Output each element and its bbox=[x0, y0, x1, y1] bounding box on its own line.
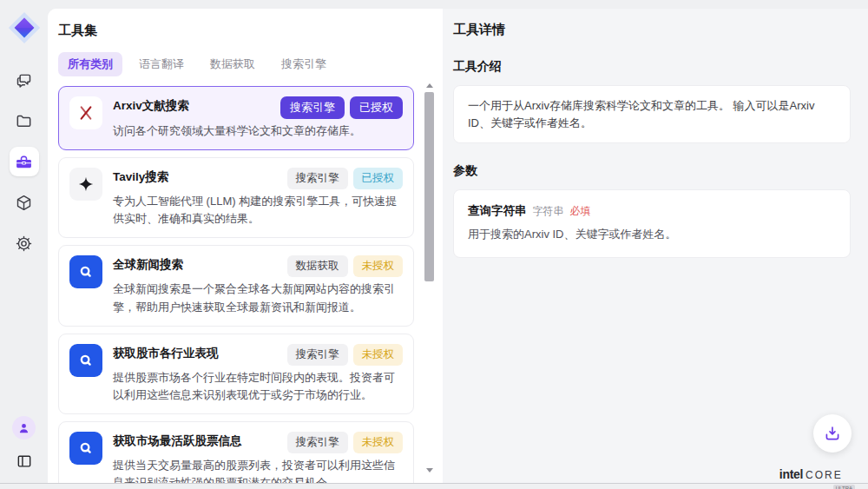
tool-badges: 数据获取 未授权 bbox=[287, 255, 404, 277]
details-title: 工具详情 bbox=[453, 22, 851, 38]
tool-description: 提供股票市场各个行业在特定时间段内的表现。投资者可以利用这些信息来识别表现优于或… bbox=[113, 369, 403, 404]
auth-status-badge: 未授权 bbox=[353, 432, 404, 453]
chat-icon[interactable] bbox=[10, 65, 39, 95]
sparkle-icon bbox=[69, 168, 102, 201]
scroll-down-arrow-icon[interactable] bbox=[426, 468, 433, 472]
tool-badges: 搜索引擎 已授权 bbox=[280, 96, 403, 119]
tool-card[interactable]: 全球新闻搜索 数据获取 未授权 全球新闻搜索是一个聚合全球各大新闻网站内容的搜索… bbox=[58, 245, 414, 326]
panel-toggle-icon[interactable] bbox=[13, 450, 36, 472]
scroll-up-arrow-icon[interactable] bbox=[426, 83, 433, 88]
tool-badges: 搜索引擎 未授权 bbox=[287, 344, 404, 366]
sidebar bbox=[0, 0, 48, 483]
tab-language-translation[interactable]: 语言翻译 bbox=[129, 52, 194, 76]
tool-list: Arxiv文献搜索 搜索引擎 已授权 访问各个研究领域大量科学论文和文章的存储库… bbox=[58, 86, 443, 483]
category-tabs: 所有类别 语言翻译 数据获取 搜索引擎 bbox=[58, 52, 443, 76]
toolbox-icon[interactable] bbox=[10, 147, 39, 176]
tool-description: 访问各个研究领域大量科学论文和文章的存储库。 bbox=[113, 122, 403, 140]
tool-body: 获取股市各行业表现 搜索引擎 未授权 提供股票市场各个行业在特定时间段内的表现。… bbox=[113, 344, 403, 404]
intel-wordmark: intel bbox=[779, 467, 803, 481]
download-button[interactable] bbox=[813, 414, 852, 453]
toolset-panel: 工具集 所有类别 语言翻译 数据获取 搜索引擎 Arxiv文献搜索 搜索引擎 已… bbox=[48, 9, 443, 483]
param-description: 用于搜索的Arxiv ID、关键字或作者姓名。 bbox=[468, 227, 836, 242]
search-icon bbox=[69, 432, 102, 465]
app-window: 工具集 所有类别 语言翻译 数据获取 搜索引擎 Arxiv文献搜索 搜索引擎 已… bbox=[0, 0, 868, 484]
tool-name: Arxiv文献搜索 bbox=[113, 96, 189, 114]
category-badge: 数据获取 bbox=[287, 255, 348, 277]
sidebar-nav bbox=[10, 65, 39, 258]
download-icon bbox=[823, 424, 842, 443]
tool-badges: 搜索引擎 未授权 bbox=[287, 432, 404, 453]
intro-card: 一个用于从Arxiv存储库搜索科学论文和文章的工具。 输入可以是Arxiv ID… bbox=[453, 85, 851, 143]
auth-status-badge: 未授权 bbox=[353, 344, 404, 366]
tool-name: Tavily搜索 bbox=[113, 168, 168, 185]
category-badge: 搜索引擎 bbox=[287, 344, 348, 366]
tool-name: 获取股市各行业表现 bbox=[113, 344, 219, 361]
param-name: 查询字符串 bbox=[468, 203, 527, 219]
list-scrollbar bbox=[424, 83, 435, 472]
sidebar-bottom bbox=[12, 416, 36, 472]
params-heading: 参数 bbox=[453, 163, 851, 179]
gear-icon[interactable] bbox=[10, 228, 39, 258]
tool-badges: 搜索引擎 已授权 bbox=[287, 168, 404, 189]
core-wordmark: core bbox=[806, 469, 843, 481]
tool-description: 提供当天交易量最高的股票列表，投资者可以利用这些信息来识别流动性强的股票和潜在的… bbox=[113, 457, 403, 483]
tool-description: 全球新闻搜索是一个聚合全球各大新闻网站内容的搜索引擎，帮助用户快速获取全球最新资… bbox=[113, 281, 403, 315]
tool-body: 全球新闻搜索 数据获取 未授权 全球新闻搜索是一个聚合全球各大新闻网站内容的搜索… bbox=[113, 255, 403, 315]
scrollbar-thumb[interactable] bbox=[424, 92, 434, 281]
tool-body: 获取市场最活跃股票信息 搜索引擎 未授权 提供当天交易量最高的股票列表，投资者可… bbox=[113, 432, 403, 483]
auth-status-badge: 已授权 bbox=[350, 96, 403, 119]
tab-all-categories[interactable]: 所有类别 bbox=[58, 52, 122, 76]
tool-body: Arxiv文献搜索 搜索引擎 已授权 访问各个研究领域大量科学论文和文章的存储库… bbox=[113, 96, 403, 140]
param-required-badge: 必填 bbox=[570, 204, 591, 219]
user-avatar-icon[interactable] bbox=[12, 416, 36, 439]
search-icon bbox=[69, 255, 102, 288]
param-card: 查询字符串 字符串 必填 用于搜索的Arxiv ID、关键字或作者姓名。 bbox=[453, 189, 851, 258]
intro-heading: 工具介绍 bbox=[453, 59, 851, 75]
param-header: 查询字符串 字符串 必填 bbox=[468, 203, 836, 219]
page-title: 工具集 bbox=[58, 23, 443, 39]
tool-card[interactable]: 获取股市各行业表现 搜索引擎 未授权 提供股票市场各个行业在特定时间段内的表现。… bbox=[58, 334, 414, 414]
folder-icon[interactable] bbox=[10, 106, 39, 135]
search-icon bbox=[69, 344, 102, 377]
category-badge: 搜索引擎 bbox=[280, 96, 345, 119]
tool-description: 专为人工智能代理 (LLM) 构建的搜索引擎工具，可快速提供实时、准确和真实的结… bbox=[113, 193, 403, 228]
param-type: 字符串 bbox=[533, 204, 564, 219]
tool-card[interactable]: Arxiv文献搜索 搜索引擎 已授权 访问各个研究领域大量科学论文和文章的存储库… bbox=[58, 86, 414, 150]
tool-card[interactable]: Tavily搜索 搜索引擎 已授权 专为人工智能代理 (LLM) 构建的搜索引擎… bbox=[58, 157, 414, 238]
auth-status-badge: 已授权 bbox=[353, 168, 404, 189]
auth-status-badge: 未授权 bbox=[353, 255, 404, 277]
tool-name: 获取市场最活跃股票信息 bbox=[113, 432, 242, 449]
arxiv-icon bbox=[69, 96, 102, 129]
ultra-badge: ultra bbox=[833, 485, 855, 489]
intel-core-logo: intel core ultra bbox=[779, 467, 855, 481]
app-logo-icon bbox=[8, 11, 41, 44]
tool-card[interactable]: 获取市场最活跃股票信息 搜索引擎 未授权 提供当天交易量最高的股票列表，投资者可… bbox=[58, 421, 414, 483]
tool-name: 全球新闻搜索 bbox=[113, 255, 183, 273]
category-badge: 搜索引擎 bbox=[287, 168, 348, 189]
tool-details-panel: 工具详情 工具介绍 一个用于从Arxiv存储库搜索科学论文和文章的工具。 输入可… bbox=[443, 9, 868, 483]
tab-search-engine[interactable]: 搜索引擎 bbox=[272, 52, 336, 76]
category-badge: 搜索引擎 bbox=[287, 432, 348, 453]
cube-icon[interactable] bbox=[10, 188, 39, 217]
main-content: 工具集 所有类别 语言翻译 数据获取 搜索引擎 Arxiv文献搜索 搜索引擎 已… bbox=[48, 9, 868, 483]
tool-body: Tavily搜索 搜索引擎 已授权 专为人工智能代理 (LLM) 构建的搜索引擎… bbox=[113, 168, 403, 228]
tab-data-acquisition[interactable]: 数据获取 bbox=[201, 52, 265, 76]
